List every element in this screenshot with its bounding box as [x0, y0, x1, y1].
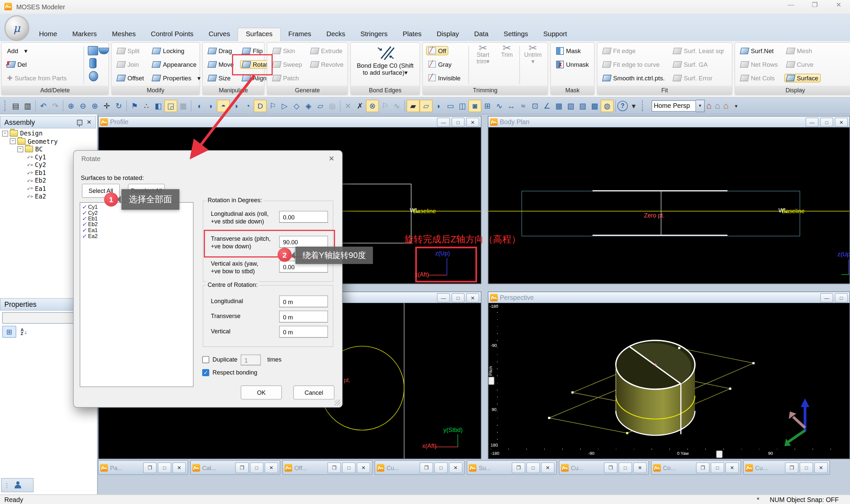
close-icon[interactable]: ✕ — [725, 462, 739, 473]
view-toggle-4-icon[interactable]: ◑ — [230, 100, 242, 112]
points-flag-icon[interactable]: ⚐ — [379, 100, 391, 112]
tab-frames[interactable]: Frames — [281, 28, 319, 41]
surf-error-button[interactable]: Surf. Error — [671, 73, 715, 82]
view-toggle-9-icon[interactable]: ◇ — [291, 100, 303, 112]
surf-half-icon[interactable]: ◗ — [433, 100, 445, 112]
resize-grip[interactable] — [334, 399, 340, 406]
angle-icon[interactable]: ∠ — [541, 100, 553, 112]
home-view-icon[interactable]: ⌂ — [715, 101, 720, 111]
surf-wire-icon[interactable]: ▱ — [420, 100, 433, 112]
minimize-icon[interactable]: — — [806, 118, 818, 127]
close-icon[interactable]: ✕ — [541, 462, 555, 473]
skin-button[interactable]: Skin — [271, 47, 297, 55]
flip-button[interactable]: Flip — [240, 47, 265, 55]
plane-icon[interactable]: ▭ — [445, 100, 456, 112]
close-icon[interactable]: ✕ — [466, 118, 479, 127]
tab-stringers[interactable]: Stringers — [353, 28, 395, 41]
fit-edge-to-curve-button[interactable]: Fit edge to curve — [601, 60, 662, 68]
expander-icon[interactable]: − — [2, 130, 8, 137]
points-x2-icon[interactable]: ✗ — [354, 100, 366, 112]
toolbar-overflow-icon[interactable]: ▾ — [628, 100, 640, 112]
restore-icon[interactable]: ❐ — [143, 462, 157, 473]
surf-least-sqr-button[interactable]: Surf. Least sqr — [671, 47, 726, 55]
view-toggle-1-icon[interactable]: ◖ — [193, 100, 205, 112]
expander-icon[interactable]: − — [10, 139, 16, 144]
tab-home[interactable]: Home — [32, 28, 65, 41]
add-cylinder-button[interactable] — [89, 58, 96, 68]
tree-leaf-eb1[interactable]: ✓⊳Eb1 — [27, 169, 58, 177]
tree-leaf-ea1[interactable]: ✓⊳Ea1 — [27, 185, 58, 193]
bottom-tab-offsets[interactable]: Off...❐□✕ — [283, 460, 373, 475]
application-menu-button[interactable]: μ — [4, 15, 29, 41]
duplicate-times-field[interactable]: 1 — [241, 355, 261, 365]
bottom-tab-curves-3[interactable]: Cu...❐□✕ — [743, 460, 830, 475]
smooth-curve-icon[interactable]: ≈ — [517, 100, 529, 112]
maximize-icon[interactable]: □ — [710, 462, 724, 473]
redo-icon[interactable]: ↷ — [50, 100, 61, 112]
close-icon[interactable]: ✕ — [449, 462, 463, 473]
restore-icon[interactable]: ❐ — [420, 462, 433, 473]
viewport-perspective-titlebar[interactable]: Perspective — □ — [488, 292, 849, 304]
table-fill-icon[interactable]: ▧ — [565, 100, 577, 112]
undo-icon[interactable]: ↶ — [37, 100, 50, 112]
tree-leaf-cy1[interactable]: ✓⊳Cy1 — [27, 153, 58, 161]
shield-icon[interactable]: ◫ — [456, 100, 469, 112]
size-button[interactable]: Size — [206, 73, 233, 82]
bottom-tab-curves-2[interactable]: Cu...❐□✕ — [559, 460, 649, 475]
restore-icon[interactable]: ❐ — [696, 462, 709, 473]
properties-button[interactable]: Properties ▾ — [150, 73, 202, 83]
window-maximize-button[interactable]: ❐ — [807, 1, 823, 8]
dimension-icon[interactable]: ↔ — [505, 100, 517, 112]
maximize-icon[interactable]: □ — [835, 293, 848, 303]
bottom-tab-surfaces[interactable]: Su...❐□✕ — [467, 460, 557, 475]
add-button[interactable]: Add ▾ — [5, 46, 30, 55]
offset-button[interactable]: Offset — [115, 73, 146, 82]
maximize-icon[interactable]: □ — [158, 462, 171, 473]
respect-bonding-checkbox[interactable]: ✓ — [202, 369, 209, 376]
restore-icon[interactable]: ❐ — [604, 462, 618, 473]
net-rows-button[interactable]: Net Rows — [738, 60, 780, 68]
help-icon[interactable]: ? — [618, 101, 628, 111]
restore-icon[interactable]: ❐ — [235, 462, 249, 473]
viewport-profile-titlebar[interactable]: Profile — □ ✕ — [98, 116, 481, 128]
view-toggle-12-icon[interactable]: ◎ — [326, 100, 338, 112]
grid-icon[interactable]: ▦ — [177, 100, 189, 112]
tab-meshes[interactable]: Meshes — [104, 28, 143, 41]
view-toggle-11-icon[interactable]: ▱ — [314, 100, 326, 112]
home-view-info-icon[interactable]: ⌂ — [723, 101, 729, 111]
window-close-button[interactable]: ✕ — [830, 1, 847, 8]
view-select-value[interactable]: Home Persp — [651, 100, 696, 111]
mask-button[interactable]: Mask — [554, 46, 583, 55]
categorize-button[interactable]: ⊞ — [2, 326, 16, 338]
ok-button[interactable]: OK — [241, 385, 282, 399]
tab-decks[interactable]: Decks — [319, 28, 352, 41]
tab-surfaces[interactable]: Surfaces — [238, 28, 281, 41]
tab-markers[interactable]: Markers — [65, 28, 104, 41]
tab-plates[interactable]: Plates — [395, 28, 429, 41]
drag-button[interactable]: Drag — [206, 47, 234, 55]
surface-list[interactable]: ✓Cy1 ✓Cy2 ✓Eb1 ✓Eb2 ✓Ea1 ✓Ea2 — [80, 202, 194, 387]
tree-node-design[interactable]: −Design — [2, 129, 58, 138]
tree-leaf-ea2[interactable]: ✓⊳Ea2 — [27, 193, 58, 200]
patch-button[interactable]: Patch — [271, 73, 301, 82]
dialog-close-icon[interactable]: ✕ — [329, 155, 335, 162]
shade-icon[interactable]: ◧ — [152, 100, 164, 112]
points-x-icon[interactable]: ✕ — [342, 100, 354, 112]
surf-solid-icon[interactable]: ▰ — [406, 100, 419, 112]
close-icon[interactable]: ✕ — [172, 462, 186, 473]
surf-net-button[interactable]: Surf.Net — [738, 47, 776, 55]
zoom-out-icon[interactable]: ⊖ — [77, 100, 89, 112]
tree-leaf-cy2[interactable]: ✓⊳Cy2 — [27, 161, 58, 169]
maximize-icon[interactable]: □ — [619, 462, 632, 473]
extrude-button[interactable]: Extrude — [308, 47, 345, 55]
trim-invisible-button[interactable]: ╱Invisible — [426, 73, 463, 82]
viewport-body-plan-titlebar[interactable]: Body Plan — □ ✕ — [488, 116, 849, 128]
maximize-icon[interactable]: □ — [526, 462, 540, 473]
calculator-icon[interactable]: ▩ — [589, 100, 601, 112]
home-view-add-icon[interactable]: ⌂ — [706, 101, 711, 111]
tree-leaf-eb2[interactable]: ✓⊳Eb2 — [27, 177, 58, 185]
wave-icon[interactable]: ∿ — [493, 100, 505, 112]
tab-display[interactable]: Display — [429, 28, 467, 41]
appearance-button[interactable]: Appearance — [150, 60, 199, 68]
bottom-tab-curves[interactable]: Cu...❐□✕ — [375, 460, 465, 475]
